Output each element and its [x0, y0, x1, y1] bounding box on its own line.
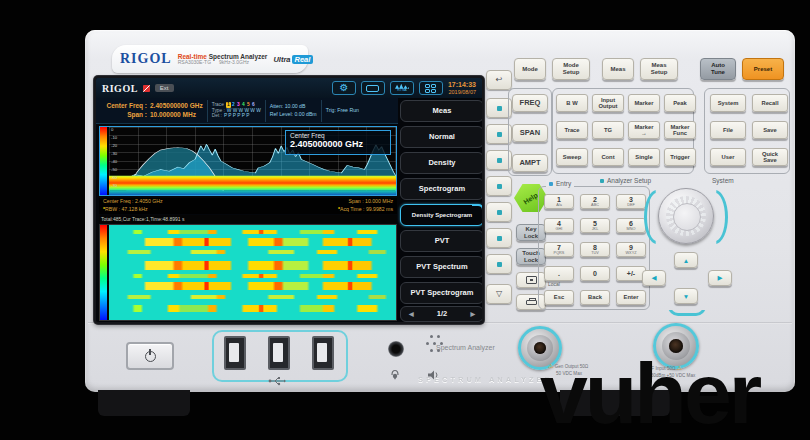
- menu-item[interactable]: Density: [400, 152, 484, 174]
- arrow-down-key[interactable]: ▼: [674, 288, 698, 304]
- digit-key[interactable]: 7 PQRS: [544, 242, 574, 257]
- atten-value[interactable]: Atten: 10.00 dB: [270, 103, 317, 111]
- rtsa-mode-icon[interactable]: RTSA: [390, 81, 414, 95]
- menu-pager[interactable]: ◀ 1/2 ▶: [400, 306, 484, 322]
- softkey-back[interactable]: ↩: [486, 70, 512, 90]
- rotary-knob[interactable]: [658, 188, 714, 244]
- arrow-left-key[interactable]: ◀: [642, 270, 666, 286]
- softkey-6[interactable]: [486, 228, 512, 248]
- pager-next-icon[interactable]: ▶: [470, 311, 475, 317]
- key[interactable]: Back: [580, 290, 610, 305]
- y-tick: -60: [111, 176, 117, 180]
- digit-key[interactable]: 3 DEF: [616, 194, 646, 209]
- key[interactable]: Esc: [544, 290, 574, 305]
- density-spectrum-window[interactable]: 0-10-20-30-40-50-60-70: [99, 126, 397, 196]
- key[interactable]: User: [710, 148, 746, 166]
- center-freq-readout[interactable]: Center Freq 2.405000000 GHz: [285, 130, 391, 155]
- printer-icon: [526, 300, 537, 305]
- key[interactable]: Trace: [556, 121, 588, 139]
- arrow-up-key[interactable]: ▲: [674, 252, 698, 268]
- pager-prev-icon[interactable]: ◀: [409, 311, 414, 317]
- digit-sub: A/a: [556, 203, 562, 207]
- menu-item[interactable]: Normal: [400, 126, 484, 148]
- key[interactable]: Preset: [742, 58, 784, 80]
- key[interactable]: Auto Tune: [700, 58, 736, 80]
- softkey-4[interactable]: [486, 176, 512, 196]
- display-view-icon[interactable]: [361, 81, 385, 95]
- key[interactable]: Input Output: [592, 94, 624, 112]
- digit-main: .: [558, 270, 560, 277]
- softkey-more[interactable]: ▽: [486, 284, 512, 304]
- key[interactable]: System: [710, 94, 746, 112]
- key[interactable]: Meas: [602, 58, 634, 80]
- key[interactable]: TG: [592, 121, 624, 139]
- date: 2019/08/07: [448, 89, 476, 95]
- key[interactable]: Mode Setup: [552, 58, 590, 80]
- softkey-7[interactable]: [486, 254, 512, 274]
- menu-item[interactable]: PVT Spectrogram: [400, 282, 484, 304]
- key[interactable]: SPAN: [512, 124, 548, 142]
- softkey-dot-icon: [497, 184, 502, 189]
- analyzer-setup-label: Analyzer Setup: [600, 177, 651, 184]
- digit-main: 2: [593, 196, 597, 203]
- digit-sub: PQRS: [554, 251, 565, 255]
- digit-key[interactable]: 1 A/a: [544, 194, 574, 209]
- key[interactable]: Cont: [592, 148, 624, 166]
- digit-key[interactable]: 8 TUV: [580, 242, 610, 257]
- digit-key[interactable]: .: [544, 266, 574, 281]
- det-values: P P P P P P: [224, 113, 249, 119]
- softkey-dot-icon: [497, 158, 502, 163]
- power-button[interactable]: [126, 342, 174, 370]
- y-tick: -20: [111, 144, 117, 148]
- menu-header-meas[interactable]: Meas: [400, 100, 484, 122]
- key[interactable]: Recall: [752, 94, 788, 112]
- menu-item[interactable]: Spectrogram: [400, 178, 484, 200]
- spectrogram-window[interactable]: [99, 224, 397, 321]
- key[interactable]: B W: [556, 94, 588, 112]
- key[interactable]: Single: [628, 148, 660, 166]
- pager-value: 1/2: [437, 310, 447, 318]
- center-freq-value[interactable]: 2.405000000 GHz: [150, 102, 203, 110]
- key[interactable]: Mode: [514, 58, 546, 80]
- key[interactable]: Meas Setup: [640, 58, 678, 80]
- digit-key[interactable]: 9 WXYZ: [616, 242, 646, 257]
- arrow-right-key[interactable]: ▶: [708, 270, 732, 286]
- key-label: Input Output: [599, 97, 618, 109]
- ref-level-value[interactable]: Ref Level: 0.00 dBm: [270, 111, 317, 119]
- key-label: FREQ: [520, 99, 541, 107]
- key-label: Meas Setup: [651, 62, 668, 75]
- menu-item[interactable]: Density Spectrogram: [400, 204, 484, 226]
- menu-item[interactable]: PVT: [400, 230, 484, 252]
- key[interactable]: Quick Save: [752, 148, 788, 166]
- key[interactable]: File: [710, 121, 746, 139]
- key[interactable]: Sweep: [556, 148, 588, 166]
- window-layout-icon[interactable]: [419, 81, 443, 95]
- span-value[interactable]: 10.000000 MHz: [150, 111, 196, 119]
- key[interactable]: Peak: [664, 94, 696, 112]
- key[interactable]: FREQ: [512, 94, 548, 112]
- settings-gear-icon[interactable]: ⚙: [332, 81, 356, 95]
- headphone-icon: [390, 366, 400, 384]
- digit-key[interactable]: 2 ABC: [580, 194, 610, 209]
- digit-key[interactable]: 0: [580, 266, 610, 281]
- key[interactable]: AMPT: [512, 154, 548, 172]
- menu-item[interactable]: PVT Spectrum: [400, 256, 484, 278]
- key[interactable]: Enter: [616, 290, 646, 305]
- digit-key[interactable]: 5 JKL: [580, 218, 610, 233]
- digit-key[interactable]: 4 GHI: [544, 218, 574, 233]
- key[interactable]: Trigger: [664, 148, 696, 166]
- status-rbw: *RBW : 47.128 kHz: [103, 206, 148, 214]
- logo-mark-icon: [143, 85, 150, 92]
- key[interactable]: Marker: [628, 94, 660, 112]
- det-label: Det :: [212, 113, 222, 119]
- softkey-5[interactable]: [486, 202, 512, 222]
- softkey-dot-icon: [497, 236, 502, 241]
- front-panel-title: Spectrum Analyzer: [436, 344, 495, 351]
- mid-status-bar: Center Freq : 2.4050 GHz Span : 10.000 M…: [99, 198, 397, 214]
- screenshot-icon: [526, 276, 537, 284]
- key[interactable]: Save: [752, 121, 788, 139]
- digit-key[interactable]: 6 MNO: [616, 218, 646, 233]
- key[interactable]: Marker →: [628, 121, 660, 139]
- key[interactable]: Marker Func: [664, 121, 696, 139]
- key-label: Sweep: [563, 154, 581, 160]
